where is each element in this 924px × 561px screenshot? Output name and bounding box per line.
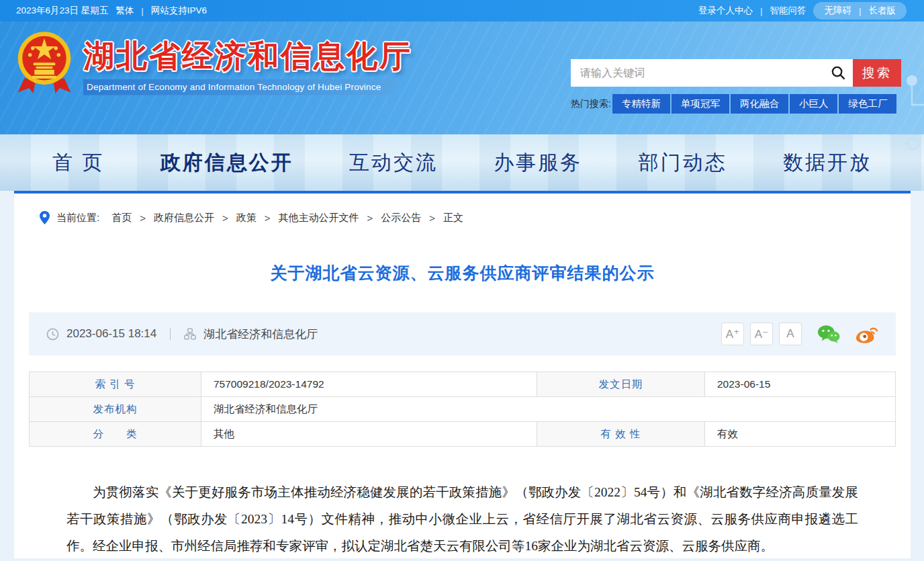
current-date: 2023年6月23日 星期五 <box>16 5 108 17</box>
table-row: 索 引 号 757009218/2023-14792 发文日期 2023-06-… <box>30 372 896 397</box>
hot-tag-xiaojuren[interactable]: 小巨人 <box>790 94 838 114</box>
index-number-value: 757009218/2023-14792 <box>201 372 537 397</box>
wechat-share-icon[interactable] <box>817 324 840 344</box>
top-utility-bar: 2023年6月23日 星期五 繁体 | 网站支持IPV6 登录个人中心 | 智能… <box>0 0 924 21</box>
publisher-value: 湖北省经济和信息化厅 <box>201 397 896 422</box>
index-number-label: 索 引 号 <box>30 372 201 397</box>
category-label: 分 类 <box>30 422 201 447</box>
issue-date-label: 发文日期 <box>537 372 705 397</box>
elder-version-link[interactable]: 长者版 <box>869 5 896 17</box>
breadcrumb-label: 当前位置: <box>56 212 99 224</box>
nav-item-interaction[interactable]: 互动交流 <box>349 149 438 177</box>
table-row: 分 类 其他 有 效 性 有效 <box>30 422 896 447</box>
hot-search-label: 热门搜索: <box>571 98 611 110</box>
circuit-decoration <box>904 70 924 204</box>
nav-item-open-data[interactable]: 数据开放 <box>783 149 872 177</box>
breadcrumb-item-other-open-docs[interactable]: 其他主动公开文件 <box>278 212 359 224</box>
search-input[interactable] <box>571 67 823 79</box>
hot-tag-danxiangguanjun[interactable]: 单项冠军 <box>672 94 729 114</box>
main-nav: 首 页 政府信息公开 互动交流 办事服务 部门动态 数据开放 <box>0 134 924 191</box>
font-size-increase-button[interactable]: A⁺ <box>721 322 744 345</box>
article-meta-right: A⁺ A⁻ A <box>721 322 878 345</box>
accessibility-link[interactable]: 无障碍 <box>824 5 851 17</box>
search-button[interactable]: 搜索 <box>853 59 901 87</box>
topbar-separator: | <box>141 6 144 16</box>
font-size-decrease-button[interactable]: A⁻ <box>750 322 773 345</box>
hot-tag-lvsegongchang[interactable]: 绿色工厂 <box>839 94 896 114</box>
publisher-label: 发布机构 <box>30 397 201 422</box>
article-meta-left: 2023-06-15 18:14 湖北省经济和信息化厅 <box>46 327 721 342</box>
validity-label: 有 效 性 <box>537 422 705 447</box>
breadcrumb-item-home[interactable]: 首页 <box>111 212 132 224</box>
nav-item-services[interactable]: 办事服务 <box>494 149 582 177</box>
table-row: 发布机构 湖北省经济和信息化厅 <box>30 397 896 422</box>
location-pin-icon <box>40 211 50 224</box>
article-body-paragraph: 为贯彻落实《关于更好服务市场主体推动经济稳健发展的若干政策措施》（鄂政办发〔20… <box>66 479 858 560</box>
nav-item-gov-info[interactable]: 政府信息公开 <box>160 149 293 177</box>
hot-search-row: 热门搜索: 专精特新 单项冠军 两化融合 小巨人 绿色工厂 <box>571 94 901 114</box>
ipv6-support-link[interactable]: 网站支持IPV6 <box>151 5 207 17</box>
article-title: 关于湖北省云资源、云服务供应商评审结果的公示 <box>14 262 911 284</box>
hot-tag-zhuanjingtexin[interactable]: 专精特新 <box>612 94 670 114</box>
article-meta-bar: 2023-06-15 18:14 湖北省经济和信息化厅 A⁺ A⁻ A <box>29 312 896 355</box>
national-emblem-logo <box>17 30 72 97</box>
site-title: 湖北省经济和信息化厅 <box>83 39 412 73</box>
smart-qa-link[interactable]: 智能问答 <box>770 5 806 17</box>
traditional-chinese-link[interactable]: 繁体 <box>116 5 134 17</box>
masthead: 湖北省经济和信息化厅 Department of Economy and Inf… <box>0 21 924 134</box>
document-info-table: 索 引 号 757009218/2023-14792 发文日期 2023-06-… <box>29 372 896 447</box>
accessibility-pill: 无障碍 | 长者版 <box>813 2 907 19</box>
breadcrumb-item-policy[interactable]: 政策 <box>236 212 257 224</box>
breadcrumb: 当前位置: 首页 > 政府信息公开 > 政策 > 其他主动公开文件 > 公示公告… <box>14 193 911 224</box>
content-area: 当前位置: 首页 > 政府信息公开 > 政策 > 其他主动公开文件 > 公示公告… <box>14 193 911 558</box>
publish-datetime: 2023-06-15 18:14 <box>66 327 156 341</box>
search-bar: 搜索 <box>571 59 901 87</box>
meta-divider <box>170 328 171 340</box>
search-icon[interactable] <box>823 65 853 81</box>
weibo-share-icon[interactable] <box>856 324 878 344</box>
search-input-wrap <box>571 59 853 87</box>
topbar-separator: | <box>760 6 763 16</box>
site-subtitle-banner: Department of Economy and Information Te… <box>83 79 400 95</box>
breadcrumb-item-current: 正文 <box>443 212 463 224</box>
nav-item-home[interactable]: 首 页 <box>52 149 104 177</box>
breadcrumb-item-announcements[interactable]: 公示公告 <box>381 212 421 224</box>
search-area: 搜索 热门搜索: 专精特新 单项冠军 两化融合 小巨人 绿色工厂 <box>571 59 901 114</box>
login-personal-center-link[interactable]: 登录个人中心 <box>698 5 753 17</box>
topbar-separator: | <box>859 6 862 16</box>
category-value: 其他 <box>201 422 537 447</box>
issue-date-value: 2023-06-15 <box>705 372 896 397</box>
breadcrumb-separator: > <box>222 212 228 224</box>
breadcrumb-item-gov-info[interactable]: 政府信息公开 <box>154 212 214 224</box>
article-source: 湖北省经济和信息化厅 <box>203 327 318 342</box>
nav-item-department-news[interactable]: 部门动态 <box>639 149 727 177</box>
breadcrumb-separator: > <box>265 212 271 224</box>
hot-tag-lianghuaronghe[interactable]: 两化融合 <box>731 94 788 114</box>
font-size-reset-button[interactable]: A <box>779 322 802 345</box>
clock-icon <box>46 328 59 341</box>
site-brand[interactable]: 湖北省经济和信息化厅 Department of Economy and Inf… <box>17 30 412 97</box>
topbar-right: 登录个人中心 | 智能问答 无障碍 | 长者版 <box>698 2 907 19</box>
site-title-block: 湖北省经济和信息化厅 Department of Economy and Inf… <box>83 30 412 95</box>
breadcrumb-separator: > <box>429 212 435 224</box>
breadcrumb-separator: > <box>140 212 146 224</box>
breadcrumb-separator: > <box>367 212 373 224</box>
validity-value: 有效 <box>705 422 896 447</box>
source-org-icon <box>184 328 196 340</box>
topbar-left: 2023年6月23日 星期五 繁体 | 网站支持IPV6 <box>16 5 207 17</box>
